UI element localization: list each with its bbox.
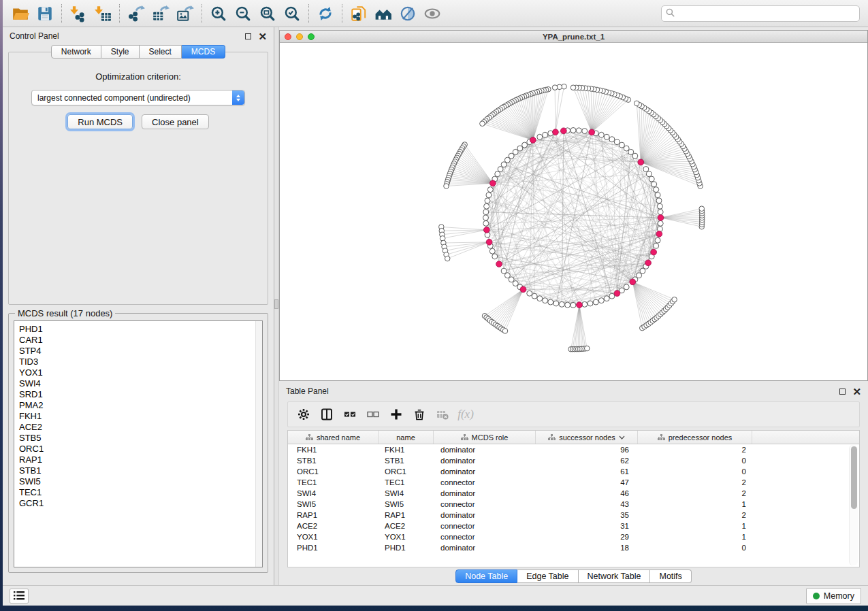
table-tabs: Node TableEdge TableNetwork TableMotifs: [279, 567, 868, 585]
show-graphics-icon[interactable]: [420, 3, 445, 24]
list-item[interactable]: STP4: [19, 346, 255, 357]
zoom-in-icon[interactable]: [206, 3, 231, 24]
list-item[interactable]: STB5: [19, 433, 255, 444]
list-item[interactable]: SRD1: [19, 389, 255, 400]
tab-mcds[interactable]: MCDS: [182, 45, 225, 59]
list-item[interactable]: TEC1: [19, 487, 255, 498]
table-row[interactable]: FKH1FKH1dominator962: [288, 444, 859, 455]
float-table-panel-icon[interactable]: [839, 389, 846, 395]
list-item[interactable]: STB1: [19, 465, 255, 476]
tab-network-table[interactable]: Network Table: [579, 569, 651, 583]
search-icon: [666, 7, 675, 20]
table-cell: SWI5: [379, 500, 434, 508]
table-cell: dominator: [434, 511, 536, 519]
list-item[interactable]: PMA2: [19, 400, 255, 411]
tab-motifs[interactable]: Motifs: [650, 569, 691, 583]
column-header-shared-name[interactable]: shared name: [288, 431, 379, 444]
column-header-name[interactable]: name: [379, 431, 434, 444]
list-item[interactable]: SWI4: [19, 378, 255, 389]
zoom-out-icon[interactable]: [231, 3, 255, 24]
add-row-icon[interactable]: [386, 405, 406, 424]
table-row[interactable]: YOX1YOX1connector291: [288, 531, 859, 542]
list-item[interactable]: ORC1: [19, 444, 255, 455]
memory-button[interactable]: Memory: [806, 588, 861, 604]
export-table-icon[interactable]: [148, 3, 173, 24]
list-item[interactable]: PHD1: [19, 324, 255, 335]
table-scrollbar[interactable]: [849, 445, 858, 565]
open-file-icon[interactable]: [8, 3, 33, 24]
column-header-MCDS-role[interactable]: MCDS role: [434, 431, 536, 444]
result-list-scrollbar[interactable]: [255, 321, 262, 567]
list-item[interactable]: YOX1: [19, 367, 255, 378]
select-stepper-icon[interactable]: [232, 90, 244, 105]
float-panel-icon[interactable]: [245, 33, 251, 39]
table-cell: 0: [638, 544, 752, 552]
import-table-icon[interactable]: [91, 3, 115, 24]
table-cell: STB1: [288, 457, 379, 465]
tab-edge-table[interactable]: Edge Table: [517, 569, 578, 583]
list-item[interactable]: SWI5: [19, 476, 255, 487]
table-cell: SWI4: [288, 489, 379, 497]
table-cell: 61: [536, 467, 638, 476]
table-cell: ORC1: [379, 467, 434, 476]
deselect-all-icon[interactable]: [363, 405, 383, 424]
close-table-panel-icon[interactable]: ✕: [852, 389, 861, 395]
column-header-predecessor-nodes[interactable]: predecessor nodes: [638, 431, 752, 444]
save-session-icon[interactable]: [33, 3, 57, 24]
columns-icon[interactable]: [317, 405, 337, 424]
network-overview-icon[interactable]: [371, 3, 396, 24]
table-row[interactable]: ORC1ORC1dominator610: [288, 466, 859, 477]
network-graph[interactable]: [280, 43, 867, 380]
close-panel-button[interactable]: Close panel: [142, 114, 209, 129]
table-settings-icon[interactable]: [293, 405, 314, 424]
mcds-tab-content: Optimization criterion: largest connecte…: [8, 52, 268, 305]
memory-status-icon: [813, 593, 820, 599]
refresh-icon[interactable]: [313, 3, 338, 24]
mcds-result-list[interactable]: PHD1CAR1STP4TID3YOX1SWI4SRD1PMA2FKH1ACE2…: [14, 320, 263, 567]
memory-label: Memory: [824, 591, 854, 601]
table-cell: RAP1: [379, 511, 434, 519]
tab-node-table[interactable]: Node Table: [455, 569, 517, 583]
tab-network[interactable]: Network: [51, 45, 101, 59]
tab-style[interactable]: Style: [101, 45, 140, 59]
export-network-icon[interactable]: [124, 3, 148, 24]
export-image-icon[interactable]: [173, 3, 197, 24]
list-item[interactable]: RAP1: [19, 455, 255, 465]
search-input[interactable]: [678, 9, 855, 18]
list-item[interactable]: ACE2: [19, 422, 255, 433]
table-row[interactable]: PHD1PHD1dominator180: [288, 542, 859, 553]
zoom-selected-icon[interactable]: [280, 3, 304, 24]
hide-graphics-icon[interactable]: [396, 3, 420, 24]
column-header-successor-nodes[interactable]: successor nodes: [536, 431, 638, 444]
task-history-button[interactable]: [10, 589, 29, 604]
run-mcds-button[interactable]: Run MCDS: [67, 114, 133, 129]
table-row[interactable]: TEC1TEC1connector472: [288, 477, 859, 488]
tab-select[interactable]: Select: [140, 45, 182, 59]
table-row[interactable]: SWI5SWI5connector431: [288, 499, 859, 510]
node-table: shared namenameMCDS rolesuccessor nodesp…: [287, 430, 860, 567]
table-row[interactable]: RAP1RAP1dominator352: [288, 510, 859, 521]
list-item[interactable]: FKH1: [19, 411, 255, 422]
network-canvas[interactable]: [280, 43, 867, 380]
close-panel-icon[interactable]: ✕: [258, 33, 267, 39]
table-cell: ORC1: [288, 467, 379, 476]
search-box[interactable]: [661, 5, 860, 22]
table-row[interactable]: ACE2ACE2connector311: [288, 521, 859, 531]
table-cell: FKH1: [379, 446, 434, 454]
list-item[interactable]: CAR1: [19, 335, 255, 346]
select-all-icon[interactable]: [340, 405, 360, 424]
zoom-fit-icon[interactable]: [255, 3, 280, 24]
duplicate-network-icon[interactable]: [347, 3, 371, 24]
list-item[interactable]: GCR1: [19, 498, 255, 509]
delete-row-icon[interactable]: [409, 405, 430, 424]
import-network-icon[interactable]: [66, 3, 91, 24]
table-row[interactable]: STB1STB1dominator620: [288, 455, 859, 466]
splitter-handle[interactable]: [274, 299, 278, 309]
panel-splitter[interactable]: [274, 27, 279, 585]
list-item[interactable]: TID3: [19, 357, 255, 367]
table-cell: 46: [536, 489, 638, 497]
criterion-select[interactable]: largest connected component (undirected): [31, 90, 245, 105]
table-scrollbar-thumb[interactable]: [851, 446, 857, 509]
table-row[interactable]: SWI4SWI4dominator462: [288, 488, 859, 499]
network-window-titlebar[interactable]: YPA_prune.txt_1: [280, 31, 867, 43]
